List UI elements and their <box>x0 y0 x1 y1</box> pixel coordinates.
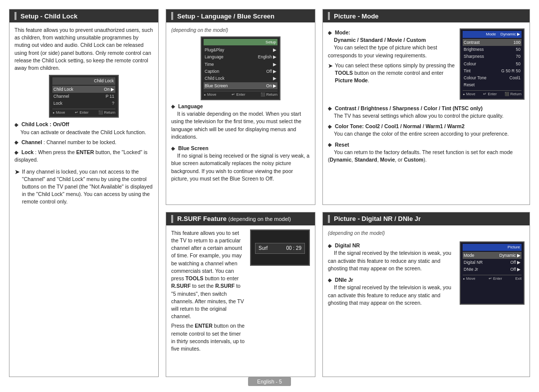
picture-mode-tv-mock: Mode Dynamic ▶ Contrast100 Brightness50 … <box>460 28 525 100</box>
picture-select-note: ➤ You can select these options simply by… <box>328 62 456 85</box>
reset-bullet: Reset You can return to the factory defa… <box>328 141 525 164</box>
contrast-bullet: Contrast / Brightness / Sharpness / Colo… <box>328 105 525 120</box>
color-tone-bullet: Color Tone: Cool2 / Cool1 / Normal / War… <box>328 123 525 138</box>
page-footer: English - 5 <box>0 377 539 386</box>
picture-mode-title: Picture - Mode <box>323 9 530 22</box>
language-section: Setup - Language / Blue Screen (dependin… <box>166 9 315 205</box>
rsurf-enter-note: Press the ENTER button on the remote con… <box>171 322 245 353</box>
child-lock-bullet-1: Child Lock : On/Off You can activate or … <box>14 121 153 136</box>
child-lock-bullet-2: Channel : Channel number to be locked. <box>14 139 153 146</box>
language-tv-mock: Setup Plug&Play▶ LanguageEnglish ▶ Time▶… <box>201 36 280 100</box>
child-lock-section: Setup - Child Lock This feature allows y… <box>9 9 159 377</box>
rsurf-title: R.SURF Feature (depending on the model) <box>166 212 315 225</box>
rsurf-section: R.SURF Feature (depending on the model) … <box>166 212 315 377</box>
language-subtitle: (depending on the model) <box>171 27 310 34</box>
child-lock-intro: This feature allows you to prevent unaut… <box>14 26 153 72</box>
digital-nr-subtitle: (depending on the model) <box>328 230 525 237</box>
digital-nr-section: Picture - Digital NR / DNIe Jr (dependin… <box>322 212 530 377</box>
mode-bullet: Mode: Dynamic / Standard / Movie / Custo… <box>328 29 456 59</box>
footer-badge: English - 5 <box>248 377 291 386</box>
picture-mode-section: Picture - Mode Mode: Dynamic / Standard … <box>322 9 530 205</box>
child-lock-note: ➤ If any channel is locked, you can not … <box>14 168 153 206</box>
digital-nr-bullet: Digital NR If the signal received by the… <box>328 242 456 272</box>
language-bullet: Language It is variable depending on the… <box>171 103 310 141</box>
digital-nr-title: Picture - Digital NR / DNIe Jr <box>323 212 530 225</box>
rsurf-body: This feature allows you to set the TV to… <box>171 229 245 321</box>
rsurf-tv-mock: Surf00 : 29 <box>250 229 310 266</box>
dnie-bullet: DNIe Jr If the signal received by the te… <box>328 276 456 307</box>
child-lock-bullet-3: Lock : When press the ENTER button, the … <box>14 149 153 164</box>
child-lock-title: Setup - Child Lock <box>9 9 158 22</box>
blue-screen-bullet: Blue Screen If no signal is being receiv… <box>171 145 310 183</box>
language-title: Setup - Language / Blue Screen <box>166 9 315 22</box>
child-lock-tv-mock: Child Lock Child LockOn ▶ ChannelP 11 Lo… <box>49 75 119 118</box>
digital-nr-tv-mock: Picture ModeDynamic ▶ Digital NROff ▶ DN… <box>460 241 525 305</box>
